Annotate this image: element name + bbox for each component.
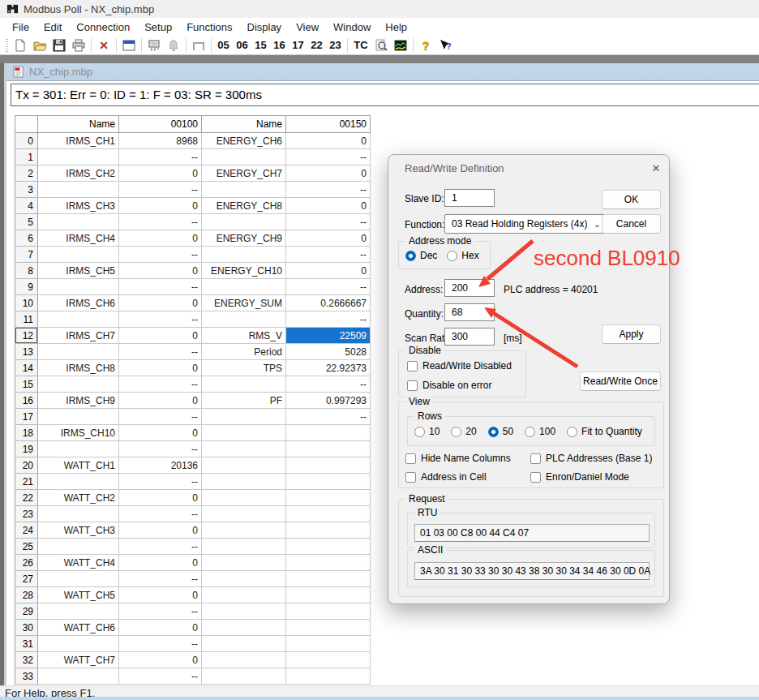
disable-checkbox-read-write-disabled[interactable]: Read/Write Disabled: [407, 360, 512, 371]
toolbar-func-16[interactable]: 16: [270, 39, 289, 51]
toolbar-func-17[interactable]: 17: [289, 39, 307, 51]
save-button[interactable]: [49, 37, 69, 54]
grid-cell[interactable]: [286, 490, 371, 506]
display-window-button[interactable]: [119, 37, 139, 54]
grid-cell[interactable]: --: [286, 311, 371, 328]
grid-row-header[interactable]: 11: [15, 311, 38, 328]
grid-cell[interactable]: IRMS_CH9: [38, 393, 119, 409]
grid-cell[interactable]: 0.2666667: [286, 295, 371, 311]
test-center-button[interactable]: TC: [350, 37, 371, 54]
grid-cell[interactable]: [286, 636, 371, 652]
grid-cell[interactable]: [286, 539, 371, 555]
address-mode-radio-hex[interactable]: Hex: [447, 250, 478, 261]
grid-cell[interactable]: [286, 441, 371, 457]
menu-item-display[interactable]: Display: [240, 21, 289, 33]
ok-button[interactable]: OK: [602, 190, 661, 209]
grid-cell[interactable]: 0: [119, 652, 202, 668]
grid-cell[interactable]: [286, 474, 371, 490]
grid-cell[interactable]: 0: [119, 587, 202, 603]
grid-cell[interactable]: [202, 587, 286, 603]
menu-item-connection[interactable]: Connection: [69, 21, 137, 33]
pulse-button[interactable]: [189, 37, 208, 54]
grid-row-header[interactable]: 30: [15, 620, 38, 636]
grid-cell[interactable]: [202, 376, 286, 393]
grid-cell[interactable]: --: [286, 182, 371, 198]
rows-radio-20[interactable]: 20: [451, 426, 476, 437]
address-mode-radio-dec[interactable]: Dec: [405, 250, 437, 261]
grid-cell[interactable]: [286, 571, 371, 587]
toolbar-func-22[interactable]: 22: [307, 39, 326, 51]
grid-row-header[interactable]: 2: [15, 165, 38, 182]
grid-cell[interactable]: --: [119, 182, 202, 198]
grid-cell[interactable]: 0: [119, 360, 202, 376]
grid-cell[interactable]: --: [119, 311, 202, 328]
grid-cell[interactable]: [202, 474, 286, 490]
grid-cell[interactable]: 0: [119, 198, 202, 214]
grid-cell[interactable]: --: [119, 571, 202, 587]
grid-cell[interactable]: [202, 652, 286, 668]
function-select[interactable]: 03 Read Holding Registers (4x) ⌄: [444, 214, 607, 234]
scan-rate-input[interactable]: [444, 328, 495, 346]
grid-cell[interactable]: WATT_CH1: [38, 457, 119, 474]
apply-button[interactable]: Apply: [602, 324, 661, 344]
grid-cell[interactable]: --: [119, 441, 202, 457]
grid-cell[interactable]: [286, 457, 371, 474]
rows-radio-10[interactable]: 10: [414, 426, 440, 437]
grid-cell[interactable]: [202, 311, 286, 328]
rows-radio-100[interactable]: 100: [525, 426, 555, 437]
grid-row-header[interactable]: 8: [15, 263, 38, 279]
grid-cell[interactable]: --: [286, 247, 371, 263]
grid-cell[interactable]: --: [119, 474, 202, 490]
quantity-input[interactable]: [444, 303, 495, 321]
grid-cell[interactable]: WATT_CH6: [38, 620, 119, 636]
grid-cell[interactable]: 0: [119, 522, 202, 539]
grid-row-header[interactable]: 19: [15, 441, 38, 457]
grid-cell[interactable]: 0: [286, 165, 371, 182]
grid-cell[interactable]: --: [119, 214, 202, 230]
grid-cell[interactable]: [38, 441, 119, 457]
grid-cell[interactable]: 0: [286, 198, 371, 214]
grid-cell[interactable]: [202, 603, 286, 620]
grid-cell[interactable]: 0: [119, 328, 202, 344]
grid-cell[interactable]: [38, 571, 119, 587]
view-checkbox-enron-daniel-mode[interactable]: Enron/Daniel Mode: [530, 471, 652, 483]
grid-cell[interactable]: 0: [119, 555, 202, 571]
delete-button[interactable]: ✕: [94, 37, 114, 54]
grid-cell[interactable]: 0.997293: [286, 393, 371, 409]
poll-definition-button[interactable]: [144, 37, 164, 54]
view-checkbox-plc-addresses-base-1[interactable]: PLC Addresses (Base 1): [530, 453, 652, 464]
slave-id-input[interactable]: [444, 189, 495, 207]
grid-cell[interactable]: --: [286, 279, 371, 295]
grid-cell[interactable]: 8968: [119, 133, 202, 149]
grid-cell[interactable]: IRMS_CH2: [38, 165, 119, 182]
grid-row-header[interactable]: 4: [15, 198, 38, 214]
rows-radio-50[interactable]: 50: [488, 426, 513, 437]
grid-row-header[interactable]: 29: [15, 603, 38, 620]
grid-row-header[interactable]: 9: [15, 279, 38, 295]
grid-cell[interactable]: 5028: [286, 344, 371, 360]
grid-row-header[interactable]: 18: [15, 425, 38, 441]
grid-cell[interactable]: IRMS_CH8: [38, 360, 119, 376]
grid-cell[interactable]: --: [119, 506, 202, 522]
grid-cell[interactable]: 0: [119, 295, 202, 311]
grid-cell[interactable]: IRMS_CH5: [38, 263, 119, 279]
grid-row-header[interactable]: 26: [15, 555, 38, 571]
read-write-once-button[interactable]: Read/Write Once: [580, 371, 661, 391]
zoom-document-button[interactable]: [371, 37, 391, 54]
grid-row-header[interactable]: 21: [15, 474, 38, 490]
help-button[interactable]: ?: [416, 37, 435, 54]
grid-cell[interactable]: [286, 603, 371, 620]
grid-cell[interactable]: [202, 214, 286, 230]
grid-cell[interactable]: 0: [119, 263, 202, 279]
grid-cell[interactable]: [202, 182, 286, 198]
menu-item-window[interactable]: Window: [326, 21, 378, 33]
grid-cell[interactable]: --: [119, 149, 202, 165]
grid-cell[interactable]: --: [119, 409, 202, 425]
grid-cell[interactable]: [202, 149, 286, 165]
grid-cell[interactable]: 0: [119, 165, 202, 182]
grid-cell[interactable]: IRMS_CH10: [38, 425, 119, 441]
grid-cell[interactable]: [38, 182, 119, 198]
grid-row-header[interactable]: 0: [15, 133, 38, 149]
grid-cell[interactable]: [202, 409, 286, 425]
open-file-button[interactable]: [30, 37, 49, 54]
